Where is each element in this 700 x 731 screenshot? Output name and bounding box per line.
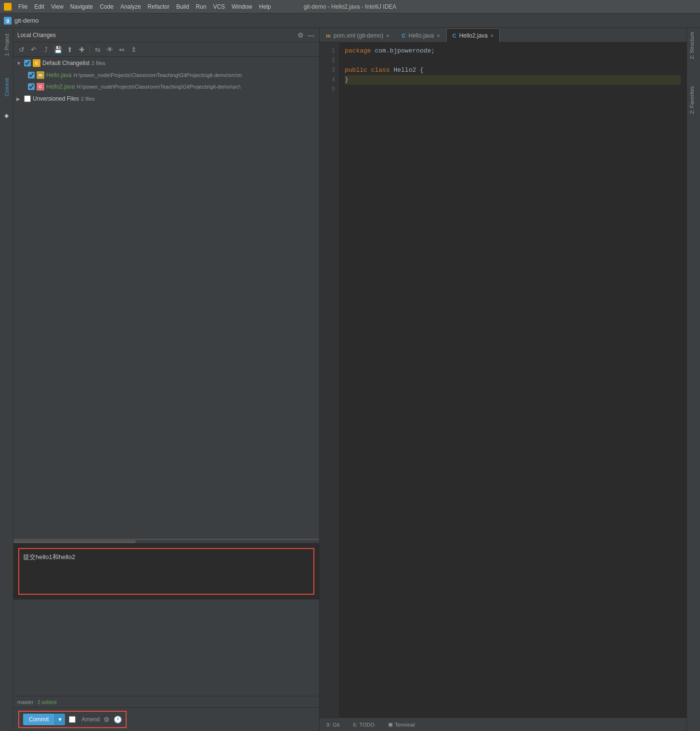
hello-java-checkbox[interactable] (28, 72, 35, 78)
commit-settings-icon[interactable]: ⚙ (104, 716, 110, 723)
hello2-java-name: Hello2.java (46, 83, 75, 90)
collapse-icon[interactable]: ⇕ (129, 44, 139, 55)
changelist-arrow: ▼ (16, 61, 24, 66)
line-num-1: 1 (320, 46, 339, 56)
right-sidebar-favorites[interactable]: 2: Favorites (687, 82, 697, 117)
menu-help[interactable]: Help (256, 2, 274, 11)
project-icon: g (4, 17, 12, 25)
pom-tab-icon: m (326, 33, 331, 39)
commit-history-icon[interactable]: 🕐 (114, 716, 122, 723)
bottom-tab-terminal[interactable]: ▣ Terminal (385, 720, 418, 729)
added-badge: 2 added (38, 699, 57, 705)
commit-button[interactable]: Commit (23, 714, 54, 725)
terminal-tab-icon: ▣ (388, 721, 393, 728)
git-tab-label: Git (333, 722, 339, 728)
status-bar-bottom: master 2 added (13, 696, 319, 707)
menu-window[interactable]: Window (229, 2, 255, 11)
arrow-icon[interactable]: ◆ (3, 112, 11, 119)
sidebar-item-commit[interactable]: Commit (2, 74, 12, 100)
terminal-tab-label: Terminal (395, 722, 415, 728)
hello2-tab-icon: C (453, 33, 456, 39)
add-icon[interactable]: ✚ (77, 44, 87, 55)
menu-navigate[interactable]: Navigate (67, 2, 96, 11)
code-line-4: } (345, 75, 681, 85)
move-icon[interactable]: ⤴ (40, 44, 51, 55)
code-line-5 (345, 85, 681, 94)
line-num-3: 3 (320, 65, 339, 75)
minimize-icon[interactable]: — (307, 31, 315, 39)
window-title: git-demo - Hello2.java - IntelliJ IDEA (304, 3, 397, 10)
unversioned-header[interactable]: ▶ Unversioned Files 2 files (13, 92, 319, 105)
upload-icon[interactable]: ⬆ (65, 44, 75, 55)
bottom-bar: Commit ▼ Amend ⚙ 🕐 (13, 707, 319, 731)
menu-build[interactable]: Build (173, 2, 192, 11)
bottom-tabs: 9: Git 6: TODO ▣ Terminal (320, 718, 687, 731)
menu-refactor[interactable]: Refactor (145, 2, 172, 11)
file-item-hello[interactable]: m Hello.java H:\power_node\Projects\Clas… (13, 69, 319, 81)
menu-view[interactable]: View (48, 2, 66, 11)
panel-header: Local Changes ⚙ — (13, 28, 319, 42)
refresh-icon[interactable]: ↺ (16, 44, 27, 55)
tab-hello-java[interactable]: C Hello.java × (396, 28, 446, 42)
amend-checkbox[interactable] (69, 716, 76, 723)
panel-header-icons: ⚙ — (296, 31, 315, 39)
line-numbers: 1 2 3 4 5 (320, 42, 339, 718)
bottom-tab-todo[interactable]: 6: TODO (350, 721, 377, 729)
changelist-header[interactable]: ▼ C Default Changelist 2 files (13, 57, 319, 69)
eye-icon[interactable]: 👁 (104, 44, 115, 55)
code-content[interactable]: package com.bjpowernode; public class He… (339, 42, 687, 718)
left-panel: Local Changes ⚙ — ↺ ↶ ⤴ 💾 ⬆ ✚ ⇆ 👁 ⇔ ⇕ ▼ (13, 28, 320, 731)
commit-dropdown-button[interactable]: ▼ (54, 714, 65, 725)
changelist-checkbox[interactable] (24, 60, 31, 66)
left-sidebar-tabs: 1: Project Commit ◆ (0, 28, 13, 731)
hello-tab-icon: C (402, 33, 406, 39)
branch-name: master (17, 699, 34, 705)
commit-button-highlight-box: Commit ▼ Amend ⚙ 🕐 (18, 711, 127, 728)
commit-message-highlight-box: 提交hello1和hello2 (18, 548, 314, 595)
menu-vcs[interactable]: VCS (210, 2, 228, 11)
save-icon[interactable]: 💾 (52, 44, 63, 55)
changelist-count: 2 files (91, 60, 105, 66)
unversioned-count: 2 files (81, 96, 95, 102)
expand-icon[interactable]: ⇔ (117, 44, 127, 55)
toolbar-separator (90, 46, 90, 53)
code-line-2 (345, 56, 681, 65)
hello2-java-type-icon: C (37, 83, 44, 91)
menu-edit[interactable]: Edit (31, 2, 47, 11)
undo-icon[interactable]: ↶ (28, 44, 39, 55)
menu-code[interactable]: Code (97, 2, 117, 11)
pom-tab-close[interactable]: × (386, 33, 389, 39)
hello2-java-path: H:\power_node\Projects\ClassroomTeaching… (77, 84, 241, 90)
file-item-hello2[interactable]: C Hello2.java H:\power_node\Projects\Cla… (13, 81, 319, 92)
sidebar-item-project[interactable]: 1: Project (2, 30, 12, 60)
tab-hello2-java[interactable]: C Hello2.java × (446, 28, 500, 42)
changelist-icon: C (33, 59, 40, 67)
code-line-3: public class Hello2 { (345, 65, 681, 75)
commit-message-input[interactable]: 提交hello1和hello2 (19, 549, 313, 592)
hello2-tab-close[interactable]: × (491, 33, 493, 39)
horizontal-scrollbar[interactable] (13, 539, 319, 543)
hello2-java-checkbox[interactable] (28, 83, 35, 90)
line-num-5: 5 (320, 85, 339, 94)
line-num-4: 4 (320, 75, 339, 85)
app-logo (4, 3, 12, 11)
unversioned-checkbox[interactable] (24, 95, 31, 102)
menu-bar[interactable]: File Edit View Navigate Code Analyze Ref… (15, 2, 274, 11)
hello-tab-close[interactable]: × (437, 33, 440, 39)
bottom-tab-git[interactable]: 9: Git (324, 721, 342, 729)
todo-tab-label: TODO (359, 722, 375, 728)
right-sidebar-structure[interactable]: 2: Structure (687, 28, 697, 63)
code-area: 1 2 3 4 5 package com.bjpowernode; publi… (320, 42, 687, 718)
amend-label: Amend (81, 716, 100, 723)
scrollbar-thumb (13, 540, 136, 543)
todo-tab-num: 6: (353, 722, 357, 728)
hello-java-name: Hello.java (46, 72, 72, 78)
diff-icon[interactable]: ⇆ (92, 44, 103, 55)
settings-icon[interactable]: ⚙ (296, 31, 305, 39)
menu-analyze[interactable]: Analyze (117, 2, 144, 11)
project-name: git-demo (14, 17, 39, 24)
menu-file[interactable]: File (15, 2, 30, 11)
menu-run[interactable]: Run (193, 2, 209, 11)
line-num-2: 2 (320, 56, 339, 65)
tab-pom-xml[interactable]: m pom.xml (git-demo) × (320, 28, 396, 42)
